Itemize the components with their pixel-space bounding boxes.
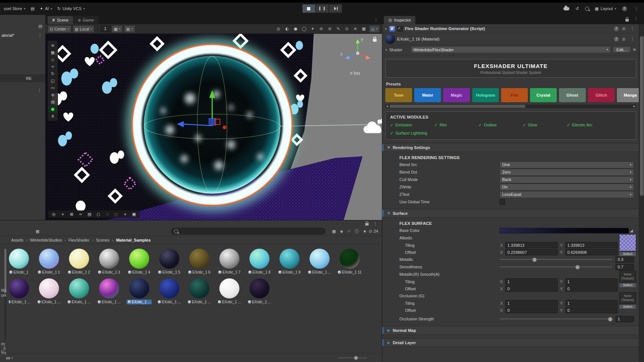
pause-button[interactable] — [316, 4, 329, 13]
select-texture-button[interactable]: Select — [619, 252, 636, 256]
scene-tool-button[interactable]: ▤ — [49, 98, 57, 105]
preset-button[interactable]: Fire — [501, 88, 528, 102]
scene-tab[interactable]: # Scene — [48, 16, 73, 24]
asset-item[interactable]: EXotic_1 ... — [249, 278, 269, 304]
pivot-dropdown[interactable]: ⊡ Center ▾ — [48, 25, 71, 33]
offset-y-field[interactable]: 0 — [565, 285, 618, 292]
section-detail-layer[interactable]: ▶ Detail Layer — [382, 338, 639, 347]
asset-item[interactable]: EXotic_1 8 — [249, 249, 269, 275]
viewport-tool-icon[interactable]: ≈ — [76, 211, 85, 217]
occlusion-strength-value-field[interactable]: 1 — [615, 316, 634, 322]
texture-slot-empty[interactable]: None (Texture) — [619, 292, 636, 304]
unity-vcs-menu[interactable]: ↻ Unity VCS ▾ — [58, 6, 85, 11]
viewport-tool-icon[interactable]: ▤ — [85, 211, 94, 217]
preset-button[interactable]: Magic — [443, 88, 470, 102]
cloud-icon[interactable] — [563, 7, 569, 10]
help-icon[interactable]: ? — [614, 37, 619, 42]
asset-store-menu[interactable]: sset Store ▾ — [4, 6, 26, 11]
scene-toolbar-icon[interactable]: ≋ — [352, 26, 359, 32]
thumbnail-zoom-slider[interactable] — [338, 358, 367, 358]
enum-dropdown[interactable]: On ▾ — [500, 184, 634, 191]
foldout-icon[interactable]: ▸ — [385, 27, 387, 30]
component-enabled-checkbox[interactable] — [397, 26, 403, 32]
help-icon[interactable]: ? — [614, 26, 619, 31]
preset-button[interactable]: Glitch — [588, 88, 615, 102]
scrollbar-thumb[interactable] — [390, 105, 525, 108]
breadcrumb-item[interactable]: Scenes — [89, 238, 109, 242]
offset-x-field[interactable]: 0 — [505, 285, 558, 292]
viewport-tool-icon[interactable]: + — [59, 211, 67, 217]
breadcrumb-item[interactable]: WinterbiteStudios — [23, 238, 62, 242]
section-surface[interactable]: ▼ Surface — [382, 209, 639, 218]
scene-tool-button[interactable]: ⋔ — [49, 113, 57, 119]
breadcrumb-item[interactable]: Material_Samples — [109, 238, 151, 242]
base-color-swatch[interactable] — [500, 228, 629, 233]
scene-tab[interactable]: ⊚ Game — [73, 16, 98, 24]
preset-button[interactable]: Crystal — [530, 88, 557, 102]
viewport-tool-icon[interactable]: ◌ — [112, 211, 120, 217]
tab-inspector[interactable]: i Inspector — [384, 16, 415, 24]
kebab-menu-icon[interactable]: ⋮ — [629, 36, 636, 42]
asset-item[interactable]: EXotic_1 6 — [189, 249, 209, 275]
slider-handle[interactable] — [575, 265, 580, 269]
smoothness-slider[interactable] — [500, 264, 612, 270]
foldout-icon[interactable]: ▾ — [385, 48, 387, 52]
scene-tool-button[interactable]: ● — [49, 106, 57, 112]
kebab-menu-icon[interactable]: ⋮ — [633, 6, 640, 11]
asset-item[interactable]: EXotic_1 7 — [219, 249, 239, 275]
scene-toolbar-icon[interactable]: ✎ — [334, 26, 342, 32]
section-rendering-settings[interactable]: ▼ Rendering Settings — [382, 143, 639, 152]
scene-toolbar-icon[interactable]: ◎ — [275, 26, 282, 32]
asset-item[interactable]: EXotic_1 — [9, 249, 29, 275]
asset-item[interactable]: EXotic_1 ... — [219, 278, 239, 304]
metallic-value-field[interactable]: 0.3 — [615, 256, 634, 263]
scene-viewport[interactable]: y z ≡ Iso ≡ ▦ ◇ — [45, 34, 382, 220]
script-component-header[interactable]: ▸ # Flex Shader Runtime Generator (Scrip… — [382, 24, 639, 33]
scene-toolbar-icon[interactable]: ⊘ — [317, 26, 325, 32]
presets-scrollbar[interactable]: ◀ ▶ — [385, 104, 636, 108]
smoothness-value-field[interactable]: 0.7 — [615, 264, 634, 270]
scroll-left-icon[interactable]: ◀ — [385, 105, 389, 108]
asset-item[interactable]: EXotic_1 2 — [69, 249, 89, 275]
asset-item[interactable]: EXotic_1 9 — [279, 249, 300, 275]
presets-icon[interactable]: ≣ — [622, 26, 625, 31]
scene-tool-button[interactable]: + — [49, 63, 57, 70]
enum-dropdown[interactable]: One ▾ — [500, 161, 634, 168]
select-texture-button[interactable]: Select — [619, 304, 636, 309]
offset-y-field[interactable]: 0.6269908 — [565, 249, 618, 255]
tiling-x-field[interactable]: 1 — [505, 278, 558, 285]
lock-icon[interactable] — [625, 19, 629, 22]
enum-dropdown[interactable]: Back ▾ — [500, 176, 634, 183]
viewport-tool-icon[interactable]: + — [121, 211, 129, 217]
asset-item[interactable]: EXotic_1 5 — [159, 249, 179, 275]
orientation-dropdown[interactable]: ◍ Local ▾ — [73, 25, 94, 33]
kebab-menu-icon[interactable]: ⋮ — [36, 88, 43, 93]
camera-gizmo-dropdown[interactable]: ◎ ▾ — [369, 25, 380, 33]
viewport-tool-icon[interactable]: ○ — [94, 211, 102, 217]
offset-y-field[interactable]: 0 — [565, 307, 618, 313]
filter-icon[interactable]: ▦ — [36, 229, 39, 234]
asset-item[interactable]: EXotic_1 ... — [189, 278, 209, 304]
history-icon[interactable]: ↺ — [575, 6, 579, 11]
scrollbar-thumb[interactable] — [640, 36, 644, 196]
scene-tool-button[interactable]: ⊕ — [49, 91, 57, 98]
scene-toolbar-icon[interactable]: ▦ — [360, 26, 367, 32]
preset-button[interactable]: Ghost — [559, 88, 586, 102]
project-header-icon[interactable]: ✓ — [347, 229, 350, 234]
scroll-right-icon[interactable]: ▶ — [632, 105, 636, 108]
asset-item[interactable]: EXotic_1 ... — [69, 278, 89, 304]
inspector-scrollbar[interactable] — [639, 24, 644, 362]
scene-toolbar-icon[interactable]: ◐ — [283, 26, 291, 32]
albedo-texture-thumbnail[interactable] — [619, 234, 636, 251]
asset-item[interactable]: EXotic_1 ... — [39, 278, 59, 304]
slider-handle[interactable] — [354, 356, 358, 360]
enum-dropdown[interactable]: LessEqual ▾ — [500, 191, 634, 198]
scene-toolbar-icon[interactable]: ⊙ — [343, 26, 350, 32]
asset-item[interactable]: EXotic_1 ... — [159, 278, 179, 304]
kebab-menu-icon[interactable]: ⋮ — [632, 16, 640, 21]
asset-item[interactable]: EXotic_1 11 — [340, 249, 360, 275]
ai-menu[interactable]: ✦ AI ▾ — [40, 6, 52, 11]
occlusion-strength-slider[interactable] — [500, 316, 612, 322]
kebab-menu-icon[interactable]: ⋮ — [372, 17, 380, 23]
lock-icon[interactable] — [365, 223, 369, 226]
